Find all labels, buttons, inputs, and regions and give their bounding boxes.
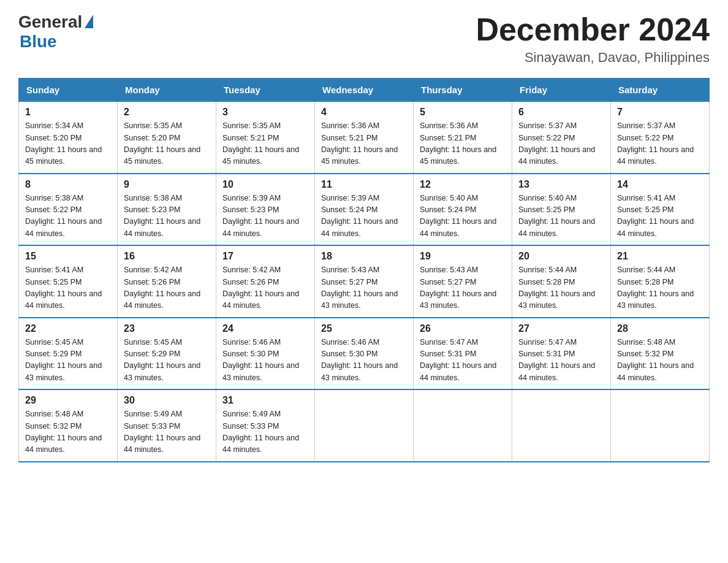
day-number: 20 [518, 251, 604, 262]
day-number: 10 [222, 179, 308, 190]
day-number: 4 [321, 107, 407, 118]
logo-blue-text: Blue [20, 32, 57, 52]
calendar-week-row: 15 Sunrise: 5:41 AMSunset: 5:25 PMDaylig… [19, 245, 710, 318]
day-info: Sunrise: 5:47 AMSunset: 5:31 PMDaylight:… [420, 337, 506, 385]
day-info: Sunrise: 5:48 AMSunset: 5:32 PMDaylight:… [617, 337, 703, 385]
day-number: 30 [124, 395, 210, 406]
calendar-day-cell: 25 Sunrise: 5:46 AMSunset: 5:30 PMDaylig… [315, 318, 414, 390]
day-info: Sunrise: 5:38 AMSunset: 5:23 PMDaylight:… [124, 193, 210, 240]
day-info: Sunrise: 5:45 AMSunset: 5:29 PMDaylight:… [25, 337, 111, 385]
day-info: Sunrise: 5:39 AMSunset: 5:23 PMDaylight:… [222, 193, 308, 240]
day-number: 17 [222, 251, 308, 262]
logo-general-text: General [18, 12, 82, 32]
day-number: 24 [222, 323, 308, 334]
day-number: 5 [420, 107, 506, 118]
calendar-week-row: 22 Sunrise: 5:45 AMSunset: 5:29 PMDaylig… [19, 318, 710, 390]
day-number: 1 [25, 107, 111, 118]
day-info: Sunrise: 5:38 AMSunset: 5:22 PMDaylight:… [25, 193, 111, 240]
day-info: Sunrise: 5:46 AMSunset: 5:30 PMDaylight:… [222, 337, 308, 385]
day-number: 9 [124, 179, 210, 190]
day-info: Sunrise: 5:36 AMSunset: 5:21 PMDaylight:… [321, 120, 407, 168]
calendar-day-cell: 7 Sunrise: 5:37 AMSunset: 5:22 PMDayligh… [611, 102, 710, 174]
calendar-day-cell: 31 Sunrise: 5:49 AMSunset: 5:33 PMDaylig… [216, 389, 315, 462]
weekday-header-row: SundayMondayTuesdayWednesdayThursdayFrid… [19, 79, 710, 102]
day-info: Sunrise: 5:40 AMSunset: 5:25 PMDaylight:… [518, 193, 604, 240]
calendar-header: SundayMondayTuesdayWednesdayThursdayFrid… [19, 79, 710, 102]
day-number: 23 [124, 323, 210, 334]
day-info: Sunrise: 5:42 AMSunset: 5:26 PMDaylight:… [124, 264, 210, 312]
day-number: 8 [25, 179, 111, 190]
day-info: Sunrise: 5:40 AMSunset: 5:24 PMDaylight:… [420, 193, 506, 240]
day-number: 21 [617, 251, 703, 262]
day-info: Sunrise: 5:46 AMSunset: 5:30 PMDaylight:… [321, 337, 407, 385]
day-number: 28 [617, 323, 703, 334]
month-title: December 2024 [476, 12, 710, 47]
calendar-day-cell: 15 Sunrise: 5:41 AMSunset: 5:25 PMDaylig… [19, 245, 118, 318]
day-number: 25 [321, 323, 407, 334]
calendar-day-cell: 10 Sunrise: 5:39 AMSunset: 5:23 PMDaylig… [216, 174, 315, 246]
day-info: Sunrise: 5:41 AMSunset: 5:25 PMDaylight:… [617, 193, 703, 240]
weekday-header-friday: Friday [512, 79, 611, 102]
day-number: 31 [222, 395, 308, 406]
day-info: Sunrise: 5:49 AMSunset: 5:33 PMDaylight:… [222, 408, 308, 456]
day-info: Sunrise: 5:44 AMSunset: 5:28 PMDaylight:… [617, 264, 703, 312]
calendar-day-cell: 11 Sunrise: 5:39 AMSunset: 5:24 PMDaylig… [315, 174, 414, 246]
calendar-day-cell [414, 389, 512, 462]
day-number: 26 [420, 323, 506, 334]
weekday-header-thursday: Thursday [414, 79, 512, 102]
day-number: 15 [25, 251, 111, 262]
day-number: 13 [518, 179, 604, 190]
day-number: 3 [222, 107, 308, 118]
day-info: Sunrise: 5:49 AMSunset: 5:33 PMDaylight:… [124, 408, 210, 456]
calendar-day-cell: 17 Sunrise: 5:42 AMSunset: 5:26 PMDaylig… [216, 245, 315, 318]
day-info: Sunrise: 5:45 AMSunset: 5:29 PMDaylight:… [124, 337, 210, 385]
calendar-day-cell: 16 Sunrise: 5:42 AMSunset: 5:26 PMDaylig… [118, 245, 216, 318]
day-info: Sunrise: 5:43 AMSunset: 5:27 PMDaylight:… [420, 264, 506, 312]
title-block: December 2024 Sinayawan, Davao, Philippi… [476, 12, 710, 66]
calendar-day-cell: 4 Sunrise: 5:36 AMSunset: 5:21 PMDayligh… [315, 102, 414, 174]
weekday-header-monday: Monday [118, 79, 216, 102]
day-info: Sunrise: 5:36 AMSunset: 5:21 PMDaylight:… [420, 120, 506, 168]
day-number: 2 [124, 107, 210, 118]
calendar-day-cell: 23 Sunrise: 5:45 AMSunset: 5:29 PMDaylig… [118, 318, 216, 390]
weekday-header-saturday: Saturday [611, 79, 710, 102]
day-info: Sunrise: 5:47 AMSunset: 5:31 PMDaylight:… [518, 337, 604, 385]
calendar-table: SundayMondayTuesdayWednesdayThursdayFrid… [18, 78, 710, 462]
calendar-day-cell: 20 Sunrise: 5:44 AMSunset: 5:28 PMDaylig… [512, 245, 611, 318]
calendar-day-cell: 29 Sunrise: 5:48 AMSunset: 5:32 PMDaylig… [19, 389, 118, 462]
day-number: 19 [420, 251, 506, 262]
calendar-body: 1 Sunrise: 5:34 AMSunset: 5:20 PMDayligh… [19, 102, 710, 462]
calendar-day-cell [512, 389, 611, 462]
calendar-day-cell: 14 Sunrise: 5:41 AMSunset: 5:25 PMDaylig… [611, 174, 710, 246]
logo-triangle-icon [85, 15, 93, 28]
day-info: Sunrise: 5:34 AMSunset: 5:20 PMDaylight:… [25, 120, 111, 168]
calendar-day-cell: 27 Sunrise: 5:47 AMSunset: 5:31 PMDaylig… [512, 318, 611, 390]
day-number: 6 [518, 107, 604, 118]
calendar-week-row: 8 Sunrise: 5:38 AMSunset: 5:22 PMDayligh… [19, 174, 710, 246]
calendar-day-cell: 1 Sunrise: 5:34 AMSunset: 5:20 PMDayligh… [19, 102, 118, 174]
calendar-day-cell: 9 Sunrise: 5:38 AMSunset: 5:23 PMDayligh… [118, 174, 216, 246]
day-number: 22 [25, 323, 111, 334]
calendar-day-cell: 18 Sunrise: 5:43 AMSunset: 5:27 PMDaylig… [315, 245, 414, 318]
calendar-day-cell: 12 Sunrise: 5:40 AMSunset: 5:24 PMDaylig… [414, 174, 512, 246]
calendar-day-cell: 30 Sunrise: 5:49 AMSunset: 5:33 PMDaylig… [118, 389, 216, 462]
day-number: 29 [25, 395, 111, 406]
calendar-week-row: 1 Sunrise: 5:34 AMSunset: 5:20 PMDayligh… [19, 102, 710, 174]
day-info: Sunrise: 5:39 AMSunset: 5:24 PMDaylight:… [321, 193, 407, 240]
day-number: 12 [420, 179, 506, 190]
calendar-day-cell: 13 Sunrise: 5:40 AMSunset: 5:25 PMDaylig… [512, 174, 611, 246]
calendar-day-cell [611, 389, 710, 462]
weekday-header-sunday: Sunday [19, 79, 118, 102]
day-info: Sunrise: 5:43 AMSunset: 5:27 PMDaylight:… [321, 264, 407, 312]
calendar-day-cell: 22 Sunrise: 5:45 AMSunset: 5:29 PMDaylig… [19, 318, 118, 390]
day-number: 14 [617, 179, 703, 190]
calendar-day-cell: 21 Sunrise: 5:44 AMSunset: 5:28 PMDaylig… [611, 245, 710, 318]
page-header: General Blue December 2024 Sinayawan, Da… [18, 12, 710, 66]
day-info: Sunrise: 5:42 AMSunset: 5:26 PMDaylight:… [222, 264, 308, 312]
location-subtitle: Sinayawan, Davao, Philippines [476, 50, 710, 66]
weekday-header-tuesday: Tuesday [216, 79, 315, 102]
calendar-week-row: 29 Sunrise: 5:48 AMSunset: 5:32 PMDaylig… [19, 389, 710, 462]
calendar-day-cell: 8 Sunrise: 5:38 AMSunset: 5:22 PMDayligh… [19, 174, 118, 246]
calendar-day-cell: 28 Sunrise: 5:48 AMSunset: 5:32 PMDaylig… [611, 318, 710, 390]
weekday-header-wednesday: Wednesday [315, 79, 414, 102]
